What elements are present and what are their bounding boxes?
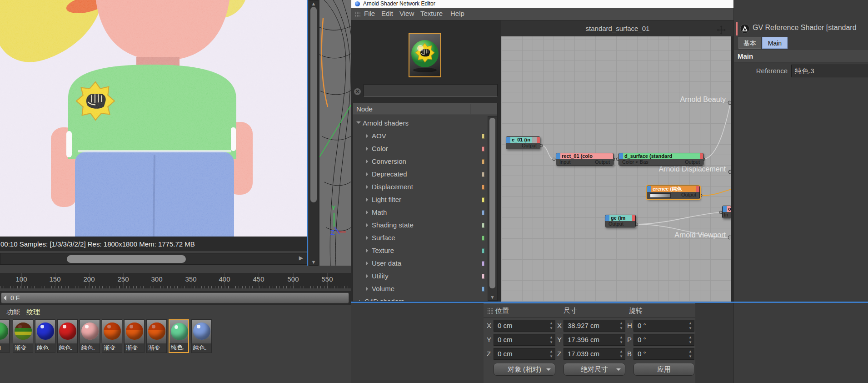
rotation-p-field[interactable]: 0 °▲▼ [634, 334, 694, 346]
stepper-icon[interactable]: ▲▼ [619, 335, 623, 345]
position-y-field[interactable]: 0 cm▲▼ [494, 334, 555, 346]
tree-item-volume[interactable]: Volume [353, 283, 485, 294]
tree-item-color[interactable]: Color [353, 143, 485, 154]
collapsed-arrow-icon[interactable] [366, 198, 368, 202]
menu-file[interactable]: File [364, 10, 375, 17]
stepper-icon[interactable]: ▲▼ [619, 349, 623, 359]
collapsed-arrow-icon[interactable] [366, 236, 368, 240]
size-y-field[interactable]: 17.396 cm▲▼ [564, 334, 625, 346]
node-port-label[interactable]: Output [522, 143, 537, 149]
collapsed-arrow-icon[interactable] [366, 249, 368, 252]
size-z-field[interactable]: 17.039 cm▲▼ [564, 348, 625, 360]
collapsed-arrow-icon[interactable] [366, 185, 368, 189]
tree-item-deprecated[interactable]: Deprecated [353, 169, 485, 180]
tab-main-active[interactable]: Main [762, 37, 788, 49]
size-mode-dropdown[interactable]: 绝对尺寸 [564, 363, 625, 376]
list-scroll-thumb[interactable] [489, 118, 495, 288]
collapsed-arrow-icon[interactable] [366, 223, 368, 227]
material-tile[interactable]: 渐变 [102, 319, 122, 353]
object-mode-dropdown[interactable]: 对象 (相对) [494, 363, 555, 376]
material-preview-thumbnail[interactable] [409, 33, 441, 77]
output-arnold-beauty[interactable]: Arnold Beauty [680, 96, 726, 104]
node-port-label[interactable]: Input [559, 159, 570, 165]
tree-item-c4d-shaders[interactable]: C4D shaders [353, 296, 485, 302]
node-port-label[interactable]: Output [685, 159, 700, 165]
timeline-ruler[interactable]: 100 150 200 250 300 350 400 450 500 550 [0, 273, 351, 288]
list-scroll-down-arrow-icon[interactable]: ▼ [488, 295, 497, 300]
size-x-field[interactable]: 38.927 cm▲▼ [564, 320, 625, 332]
section-header-main[interactable]: Main [734, 50, 868, 62]
tree-item-texture[interactable]: Texture [353, 245, 485, 256]
stepper-icon[interactable]: ▲▼ [619, 321, 623, 331]
timeline-slider-track[interactable]: 0 F [0, 291, 351, 305]
menu-edit[interactable]: Edit [381, 10, 393, 17]
tree-item-conversion[interactable]: Conversion [353, 156, 485, 167]
node-color-correct-01[interactable]: rect_01 (colo Input Output [556, 153, 614, 166]
vscroll-down-arrow-icon[interactable]: ▼ [309, 259, 318, 265]
material-tile[interactable]: 纯色. [191, 319, 212, 353]
tree-item-surface[interactable]: Surface [353, 232, 485, 243]
tree-item-shading-state[interactable]: Shading state [353, 220, 485, 231]
node-list-scrollbar[interactable]: ▼ [488, 116, 497, 301]
panel-grip-icon[interactable] [487, 308, 493, 314]
node-port-label[interactable]: Output [595, 159, 610, 165]
material-tile[interactable]: and [0, 319, 10, 353]
render-horizontal-scrollbar[interactable]: ▶ [0, 253, 307, 265]
menu-texture[interactable]: Texture [420, 10, 443, 17]
collapsed-arrow-icon[interactable] [366, 172, 368, 176]
collapsed-arrow-icon[interactable] [366, 274, 368, 278]
node-port-label[interactable]: Color < Bas [622, 159, 649, 165]
output-arnold-displacement[interactable]: Arnold Displacement [658, 165, 726, 173]
menu-help[interactable]: Help [450, 10, 464, 17]
node-clipped-right[interactable]: ol In [722, 206, 731, 218]
stepper-icon[interactable]: ▲▼ [549, 321, 553, 331]
stepper-icon[interactable]: ▲▼ [688, 335, 692, 345]
material-tile-selected[interactable]: 纯色. [169, 319, 189, 353]
tab-functions[interactable]: 功能 [6, 308, 20, 317]
node-image-02[interactable]: ge (im Output [605, 215, 636, 227]
collapsed-arrow-icon[interactable] [366, 262, 368, 265]
tree-item-user-data[interactable]: User data [353, 258, 485, 269]
tree-item-light-filter[interactable]: Light filter [353, 194, 485, 205]
collapsed-arrow-icon[interactable] [366, 287, 368, 291]
viewport-wireframe-strip[interactable]: Y Z [319, 0, 353, 266]
node-standard-surface[interactable]: d_surface (standard Color < Bas Output [619, 153, 703, 166]
output-arnold-viewport[interactable]: Arnold Viewport [674, 231, 726, 239]
vscroll-thumb[interactable] [310, 7, 317, 202]
menu-view[interactable]: View [399, 10, 414, 17]
node-port-label[interactable]: Output [609, 221, 624, 227]
position-x-field[interactable]: 0 cm▲▼ [494, 320, 555, 332]
material-tile[interactable]: 纯色. [57, 319, 78, 353]
collapsed-arrow-icon[interactable] [366, 160, 368, 163]
tree-item-aov[interactable]: AOV [353, 131, 485, 141]
material-tile[interactable]: 纯色. [80, 319, 100, 353]
position-z-field[interactable]: 0 cm▲▼ [494, 348, 555, 360]
material-tile[interactable]: 渐变 [124, 319, 145, 353]
stepper-icon[interactable]: ▲▼ [688, 321, 692, 331]
vscroll-up-arrow-icon[interactable]: ▲ [309, 1, 318, 6]
hscroll-thumb[interactable] [67, 255, 186, 263]
collapsed-arrow-icon[interactable] [366, 134, 368, 138]
material-tile[interactable]: 渐变 [13, 319, 33, 353]
material-tile[interactable]: 纯色 [35, 319, 55, 353]
node-list-header[interactable]: Node [353, 103, 497, 115]
node-port-label[interactable]: In [724, 212, 728, 218]
expand-arrow-icon[interactable] [356, 121, 361, 124]
tab-textures[interactable]: 纹理 [26, 308, 40, 317]
render-vertical-scrollbar[interactable]: ▲ ▼ [309, 0, 319, 266]
node-image-01[interactable]: e_01 (in Output [506, 136, 540, 149]
menubar-grip-icon[interactable] [355, 11, 360, 17]
collapsed-arrow-icon[interactable] [366, 147, 368, 151]
hscroll-right-arrow-icon[interactable]: ▶ [299, 255, 303, 261]
stepper-icon[interactable]: ▲▼ [549, 335, 553, 345]
node-search-input[interactable] [364, 84, 498, 97]
tree-item-displacement[interactable]: Displacement [353, 181, 485, 192]
tree-item-utility[interactable]: Utility [353, 271, 485, 282]
reference-link-field[interactable]: 纯色.3 [791, 65, 868, 77]
rotation-h-field[interactable]: 0 °▲▼ [634, 320, 694, 332]
collapsed-arrow-icon[interactable] [366, 211, 368, 214]
material-tile[interactable]: 渐变 [146, 319, 167, 353]
graph-canvas[interactable]: Arnold Beauty Arnold Displacement Arnold… [501, 36, 731, 302]
column-divider[interactable] [470, 104, 470, 114]
search-clear-icon[interactable]: ✕ [354, 88, 361, 95]
